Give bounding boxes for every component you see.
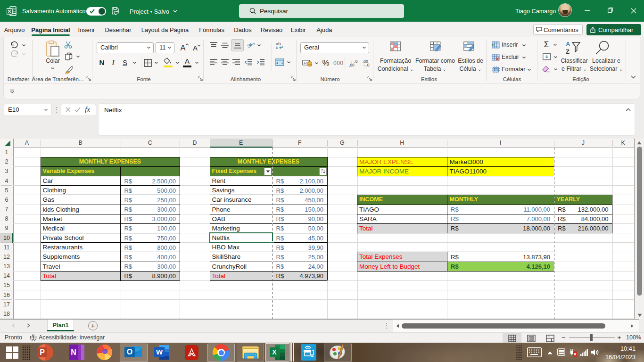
svg-text:Z: Z [566,48,570,55]
svg-text:A: A [566,41,570,48]
svg-text:→.0: →.0 [362,63,370,67]
svg-text:ab: ab [248,42,252,47]
svg-text:c: c [276,45,278,49]
svg-text:,00: ,00 [349,63,355,67]
